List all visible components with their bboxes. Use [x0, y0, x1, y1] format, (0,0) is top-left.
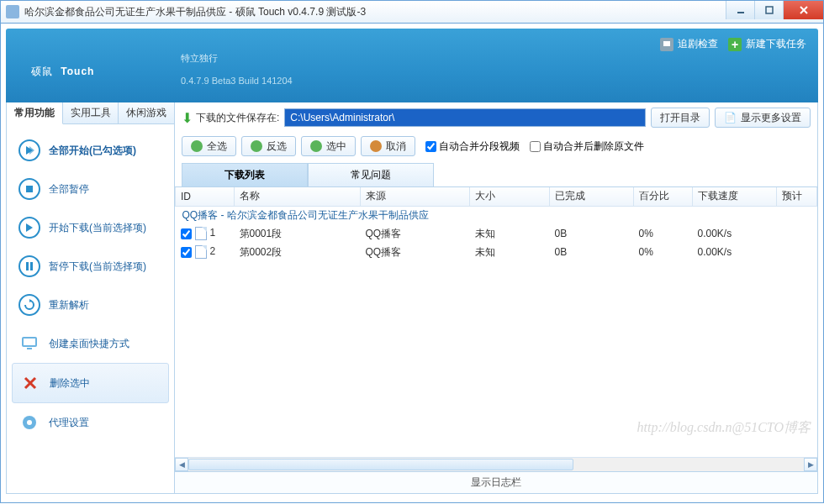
maximize-button[interactable] [754, 1, 783, 19]
download-table: ID 名称 来源 大小 已完成 百分比 下载速度 预计 QQ播客 - 哈尔滨金都… [175, 186, 817, 457]
horizontal-scrollbar[interactable]: ◀ ▶ [175, 457, 817, 471]
table-row[interactable]: 2 第0002段QQ播客未知0B0%0.00K/s [176, 243, 817, 261]
save-path-label: ⬇下载的文件保存在: [182, 110, 279, 126]
col-done[interactable]: 已完成 [550, 187, 634, 206]
side-pause-all[interactable]: 全部暂停 [12, 170, 169, 208]
row-checkbox[interactable] [181, 247, 192, 258]
side-pause-selected[interactable]: 暂停下载(当前选择项) [12, 247, 169, 286]
app-icon [6, 5, 19, 18]
row-checkbox[interactable] [181, 228, 192, 239]
green-dot-icon [310, 140, 322, 152]
col-speed[interactable]: 下载速度 [693, 187, 777, 206]
svg-rect-4 [663, 41, 670, 46]
select-all-button[interactable]: 全选 [182, 136, 236, 156]
scroll-left-arrow[interactable]: ◀ [175, 458, 188, 471]
new-task-button[interactable]: + 新建下载任务 [728, 37, 806, 51]
side-reparse[interactable]: 重新解析 [12, 286, 169, 324]
tagline: 特立独行 [181, 52, 218, 65]
close-button[interactable] [783, 1, 823, 19]
header-banner: 硕鼠 Touch 特立独行 0.4.7.9 Beta3 Build 141204… [6, 29, 818, 102]
side-tab-tools[interactable]: 实用工具 [63, 102, 119, 123]
check-button[interactable]: 选中 [301, 136, 356, 156]
scrollbar-thumb[interactable] [188, 459, 573, 470]
stop-icon [18, 178, 40, 200]
monitor-icon [18, 333, 40, 354]
auto-delete-checkbox[interactable]: 自动合并后删除原文件 [530, 139, 644, 154]
side-proxy[interactable]: 代理设置 [12, 403, 169, 442]
gear-icon [18, 412, 40, 433]
green-dot-icon [251, 140, 262, 152]
svg-rect-1 [766, 7, 773, 13]
watermark: http://blog.csdn.n@51CTO博客 [637, 419, 811, 437]
minimize-button[interactable] [726, 1, 754, 19]
window-title: 哈尔滨金都食品公司无证生产水果干制品供应 - 硕鼠 Touch v0.4.7.9… [24, 5, 366, 19]
tab-download-list[interactable]: 下载列表 [182, 163, 308, 186]
side-tab-common[interactable]: 常用功能 [7, 102, 63, 124]
auto-merge-checkbox[interactable]: 自动合并分段视频 [425, 139, 520, 154]
svg-rect-13 [24, 339, 35, 345]
svg-rect-14 [27, 348, 32, 349]
col-source[interactable]: 来源 [361, 187, 470, 206]
side-start-selected[interactable]: 开始下载(当前选择项) [12, 208, 169, 247]
svg-rect-7 [26, 186, 33, 192]
side-shortcut[interactable]: 创建桌面快捷方式 [12, 324, 169, 363]
tab-faq[interactable]: 常见问题 [308, 163, 434, 186]
plus-icon: + [728, 38, 742, 51]
table-group-row[interactable]: QQ播客 - 哈尔滨金都食品公司无证生产水果干制品供应 [176, 206, 817, 224]
file-icon [195, 245, 207, 259]
download-arrow-icon: ⬇ [182, 110, 193, 126]
svg-rect-10 [30, 262, 33, 270]
scroll-right-arrow[interactable]: ▶ [804, 458, 817, 471]
delete-icon [19, 372, 41, 394]
svg-marker-8 [26, 223, 33, 232]
svg-marker-6 [29, 146, 34, 155]
side-delete-selected[interactable]: 删除选中 [12, 363, 169, 403]
version-label: 0.4.7.9 Beta3 Build 141204 [181, 76, 293, 86]
table-row[interactable]: 1 第0001段QQ播客未知0B0%0.00K/s [176, 224, 817, 243]
play-icon [18, 217, 40, 239]
orange-dot-icon [370, 140, 382, 152]
col-size[interactable]: 大小 [470, 187, 550, 206]
invert-button[interactable]: 反选 [241, 136, 296, 156]
side-tab-games[interactable]: 休闲游戏 [119, 102, 175, 123]
svg-point-18 [27, 420, 32, 425]
col-name[interactable]: 名称 [235, 187, 361, 206]
app-logo: 硕鼠 Touch [31, 52, 94, 81]
status-bar[interactable]: 显示日志栏 [175, 471, 817, 493]
refresh-icon [18, 294, 40, 316]
play-all-icon [18, 139, 40, 161]
col-id[interactable]: ID [176, 187, 235, 206]
open-dir-button[interactable]: 打开目录 [651, 108, 710, 128]
save-path-input[interactable] [284, 108, 646, 127]
monitor-icon [660, 38, 673, 51]
pause-icon [18, 255, 40, 277]
col-eta[interactable]: 预计 [777, 187, 817, 206]
track-check-button[interactable]: 追剧检查 [660, 37, 718, 51]
side-start-all[interactable]: 全部开始(已勾选项) [12, 131, 169, 170]
col-pct[interactable]: 百分比 [634, 187, 693, 206]
titlebar[interactable]: 哈尔滨金都食品公司无证生产水果干制品供应 - 硕鼠 Touch v0.4.7.9… [0, 0, 824, 24]
settings-icon: 📄 [724, 112, 737, 123]
cancel-button[interactable]: 取消 [361, 136, 415, 156]
svg-rect-9 [26, 262, 29, 270]
more-settings-button[interactable]: 📄显示更多设置 [715, 108, 811, 128]
green-dot-icon [191, 140, 203, 152]
file-icon [195, 227, 207, 240]
